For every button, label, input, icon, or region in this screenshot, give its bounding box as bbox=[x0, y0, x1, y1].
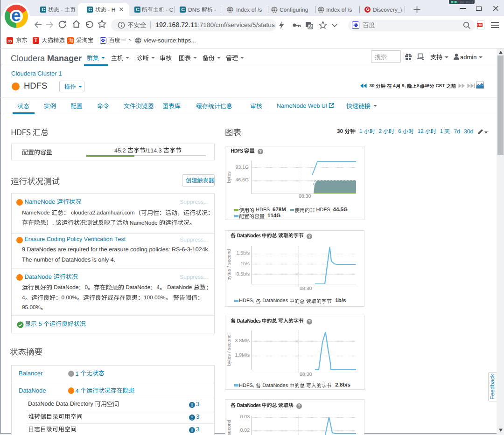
svg-text:second: second bbox=[226, 420, 232, 435]
svg-text:bytes / second: bytes / second bbox=[226, 334, 232, 366]
svg-text:bytes: bytes bbox=[226, 171, 232, 183]
svg-text:A: A bbox=[309, 24, 312, 29]
svg-text:?: ? bbox=[298, 404, 301, 409]
svg-text:bytes / second: bytes / second bbox=[226, 249, 232, 281]
svg-text:?: ? bbox=[308, 234, 311, 239]
svg-text:?: ? bbox=[259, 149, 262, 154]
svg-text:?: ? bbox=[308, 319, 311, 325]
svg-text:Feedback: Feedback bbox=[489, 373, 496, 400]
